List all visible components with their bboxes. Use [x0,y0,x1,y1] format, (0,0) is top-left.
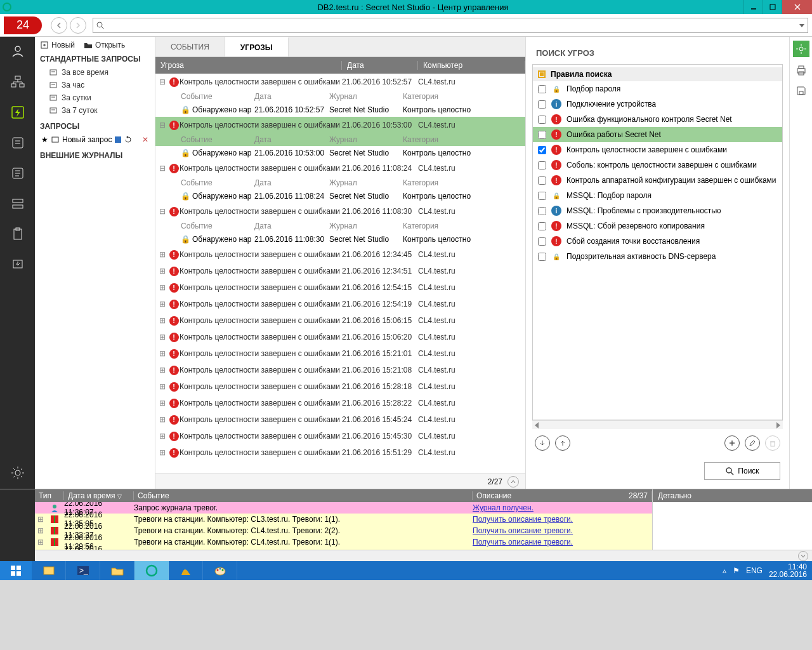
expand-icon[interactable]: ⊞ [159,316,168,325]
start-button[interactable] [0,561,32,580]
rule-checkbox[interactable] [538,161,546,169]
collapse-up-button[interactable] [508,476,519,488]
rule-checkbox[interactable] [538,146,546,154]
address-input[interactable] [105,19,799,32]
taskbar-powershell[interactable]: >_ [66,561,100,580]
threat-row[interactable]: ⊞!Контроль целостности завершен с ошибка… [155,411,525,428]
sub-event-row[interactable]: 🔒Обнаружено нар21.06.2016 10:53:00Secret… [155,146,525,160]
expand-icon[interactable]: ⊞ [37,538,45,547]
sidebar-item[interactable]: За 7 суток [40,104,150,117]
taskbar-explorer[interactable] [100,561,134,580]
expand-icon[interactable]: ⊞ [159,283,168,292]
search-rule-item[interactable]: !Ошибка функционального контроля Secret … [533,112,782,127]
search-rule-item[interactable]: iПодключение устройства [533,96,782,112]
expand-icon[interactable]: ⊞ [159,432,168,441]
sidebar-item[interactable]: За час [40,79,150,91]
threat-row[interactable]: ⊞!Контроль целостности завершен с ошибка… [155,428,525,444]
events-list[interactable]: 22.06.2016 11:36:07Запрос журнала тревог… [35,502,652,550]
expand-icon[interactable]: ⊞ [159,267,168,275]
minimize-button[interactable] [743,0,763,14]
search-rule-item[interactable]: !Соболь: контроль целостности завершен с… [533,157,782,173]
search-rule-item[interactable]: !MSSQL: Сбой резервного копирования [533,218,782,234]
tray-up-icon[interactable]: ▵ [723,566,726,575]
close-button[interactable] [782,0,812,14]
taskbar-app-1[interactable] [169,561,203,580]
search-rule-item[interactable]: 🔒MSSQL: Подбор пароля [533,188,782,203]
search-rule-item[interactable]: iMSSQL: Проблемы с производительностью [533,203,782,218]
export-button[interactable] [555,435,570,451]
new-query-item[interactable]: ★ Новый запрос ✕ [40,133,150,146]
rule-checkbox[interactable] [538,100,546,109]
new-button[interactable]: Новый [40,41,75,50]
print-icon[interactable] [794,63,808,77]
threat-row[interactable]: ⊞!Контроль целостности завершен с ошибка… [155,279,525,296]
rule-checkbox[interactable] [538,85,546,93]
col-description[interactable]: Описание28/37 [473,491,652,500]
rule-checkbox[interactable] [538,131,546,139]
rule-checkbox[interactable] [538,253,546,261]
nav-journal-icon[interactable] [8,133,27,152]
rule-checkbox[interactable] [538,192,546,200]
search-rule-item[interactable]: !Сбой создания точки восстановления [533,234,782,249]
nav-settings-icon[interactable] [8,463,27,482]
tray-clock[interactable]: 11:4022.06.2016 [769,563,807,578]
sub-event-row[interactable]: 🔒Обнаружено нар21.06.2016 10:52:57Secret… [155,103,525,117]
search-rule-item[interactable]: 🔒Подбор пароля [533,81,782,96]
event-desc-link[interactable]: Получить описание тревоги. [473,538,573,547]
refresh-icon[interactable] [124,136,132,143]
expand-icon[interactable]: ⊞ [37,526,45,535]
nav-download-icon[interactable] [8,255,27,274]
expand-icon[interactable]: ⊞ [159,349,168,358]
alert-badge[interactable]: 24 [4,17,42,34]
expand-icon[interactable]: ⊞ [159,415,168,424]
threat-row[interactable]: ⊟!Контроль целостности завершен с ошибка… [155,203,525,220]
expand-icon[interactable]: ⊞ [159,333,168,342]
search-rule-item[interactable]: !Контроль целостности завершен с ошибкам… [533,142,782,157]
open-button[interactable]: Открыть [84,41,125,50]
rule-checkbox[interactable] [538,237,546,246]
save-icon[interactable] [114,136,122,143]
expand-icon[interactable]: ⊟ [159,164,168,173]
threat-row[interactable]: ⊞!Контроль целостности завершен с ошибка… [155,378,525,395]
threat-row[interactable]: ⊞!Контроль целостности завершен с ошибка… [155,296,525,312]
threat-row[interactable]: ⊞!Контроль целостности завершен с ошибка… [155,329,525,345]
threat-row[interactable]: ⊞!Контроль целостности завершен с ошибка… [155,263,525,279]
edit-rule-button[interactable] [745,435,760,451]
rule-checkbox[interactable] [538,222,546,230]
nav-book-icon[interactable] [8,164,27,183]
threat-row[interactable]: ⊞!Контроль целостности завершен с ошибка… [155,362,525,378]
system-tray[interactable]: ▵ ⚑ ENG 11:4022.06.2016 [717,563,812,578]
expand-icon[interactable]: ⊞ [159,448,168,457]
rules-h-scrollbar[interactable] [532,420,783,429]
save-icon[interactable] [794,84,808,98]
threat-row[interactable]: ⊞!Контроль целостности завершен с ошибка… [155,444,525,461]
nav-forward-button[interactable] [70,17,86,34]
threat-row[interactable]: ⊟!Контроль целостности завершен с ошибка… [155,160,525,176]
sidebar-item[interactable]: За сутки [40,91,150,104]
col-type[interactable]: Тип [35,491,64,500]
rule-checkbox[interactable] [538,176,546,185]
nav-servers-icon[interactable] [8,194,27,213]
settings-gear-button[interactable] [793,41,809,57]
expand-icon[interactable]: ⊞ [159,250,168,259]
search-button[interactable]: Поиск [704,462,780,480]
tab-events[interactable]: СОБЫТИЯ [155,37,225,56]
expand-icon[interactable]: ⊟ [159,121,168,129]
col-event[interactable]: Событие [134,491,473,500]
expand-icon[interactable]: ⊞ [159,300,168,308]
address-search-bar[interactable] [93,18,808,33]
event-desc-link[interactable]: Получить описание тревоги. [473,526,573,535]
expand-icon[interactable]: ⊞ [159,399,168,408]
import-button[interactable] [535,435,550,451]
col-datetime[interactable]: Дата и время ▽ [64,491,134,500]
expand-icon[interactable]: ⊞ [37,515,45,524]
search-rules-header[interactable]: Правила поиска [533,67,782,81]
add-rule-button[interactable] [724,435,740,451]
sub-event-row[interactable]: 🔒Обнаружено нар21.06.2016 11:08:30Secret… [155,232,525,246]
expand-icon[interactable]: ⊞ [159,366,168,375]
search-rule-item[interactable]: 🔒Подозрительная активность DNS-сервера [533,249,782,264]
taskbar-secret-net[interactable] [134,561,169,580]
event-desc-link[interactable]: Журнал получен. [473,503,534,512]
search-rule-item[interactable]: !Контроль аппаратной конфигурации заверш… [533,173,782,188]
threat-row[interactable]: ⊟!Контроль целостности завершен с ошибка… [155,74,525,90]
